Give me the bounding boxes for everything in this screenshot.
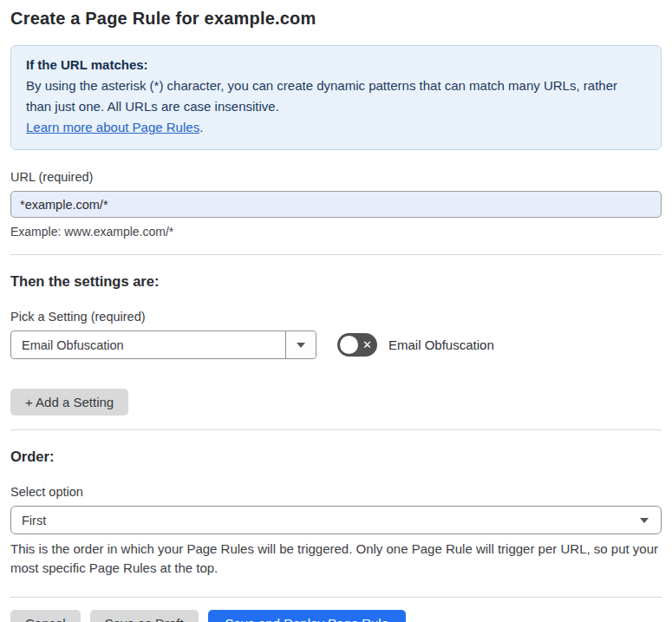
url-example-text: Example: www.example.com/*: [10, 225, 662, 239]
toggle-knob: [340, 336, 358, 354]
setting-row: Email Obfuscation ✕ Email Obfuscation: [10, 331, 662, 359]
order-section-heading: Order:: [10, 448, 662, 465]
chevron-down-icon: [640, 518, 649, 523]
order-select-value: First: [22, 514, 46, 527]
order-select[interactable]: First: [10, 506, 662, 534]
setting-select-value: Email Obfuscation: [11, 331, 285, 358]
create-page-rule-form: Create a Page Rule for example.com If th…: [0, 0, 672, 622]
save-as-draft-button[interactable]: Save as Draft: [90, 610, 199, 622]
info-box-body: By using the asterisk (*) character, you…: [26, 75, 646, 117]
settings-section-heading: Then the settings are:: [10, 273, 662, 290]
setting-picker-label: Pick a Setting (required): [10, 310, 662, 324]
setting-select[interactable]: Email Obfuscation: [10, 331, 316, 359]
url-field-label: URL (required): [10, 170, 662, 184]
footer-actions: Cancel Save as Draft Save and Deploy Pag…: [10, 610, 662, 622]
email-obfuscation-toggle[interactable]: ✕: [337, 333, 377, 357]
add-setting-button[interactable]: + Add a Setting: [10, 389, 128, 416]
save-and-deploy-button[interactable]: Save and Deploy Page Rule: [208, 610, 406, 622]
url-input[interactable]: [10, 191, 662, 218]
divider: [10, 429, 662, 430]
toggle-off-x-icon: ✕: [362, 333, 372, 357]
setting-select-arrow-button[interactable]: [285, 331, 316, 358]
info-box-heading: If the URL matches:: [26, 55, 646, 75]
page-title: Create a Page Rule for example.com: [10, 9, 662, 29]
order-help-text: This is the order in which your Page Rul…: [10, 540, 662, 578]
toggle-label: Email Obfuscation: [388, 337, 494, 352]
link-suffix: .: [199, 120, 203, 134]
url-match-info-box: If the URL matches: By using the asteris…: [10, 45, 662, 150]
chevron-down-icon: [297, 343, 305, 348]
divider: [10, 254, 662, 255]
learn-more-link[interactable]: Learn more about Page Rules: [26, 120, 199, 134]
email-obfuscation-toggle-group: ✕ Email Obfuscation: [337, 333, 494, 357]
info-box-link-line: Learn more about Page Rules.: [26, 117, 646, 138]
order-select-label: Select option: [10, 485, 662, 499]
cancel-button[interactable]: Cancel: [10, 610, 81, 622]
divider: [10, 597, 662, 598]
